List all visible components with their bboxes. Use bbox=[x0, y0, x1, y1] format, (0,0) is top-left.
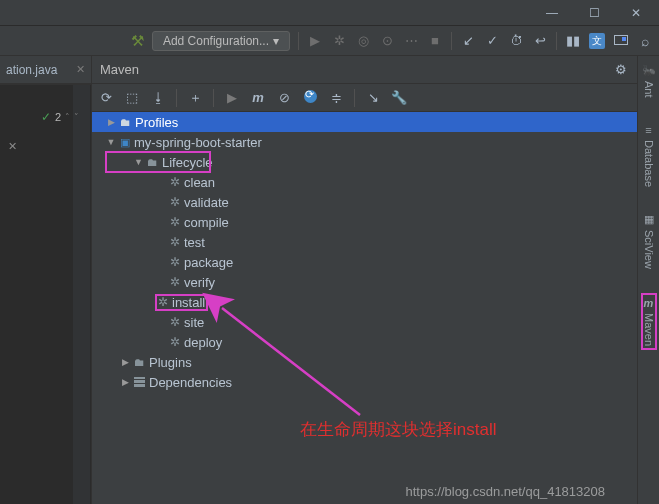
editor-gutter bbox=[72, 85, 90, 504]
window-minimize-button[interactable]: — bbox=[545, 6, 559, 20]
add-configuration-dropdown[interactable]: Add Configuration... ▾ bbox=[152, 31, 290, 51]
tree-node-project[interactable]: ▣ my-spring-boot-starter bbox=[92, 132, 659, 152]
file-tab-label: ation.java bbox=[6, 63, 57, 77]
inspection-count: 2 bbox=[55, 111, 61, 123]
editor-body[interactable]: ✓ 2 ˄ ˅ ✕ bbox=[0, 84, 91, 504]
add-project-icon[interactable]: ＋ bbox=[187, 89, 203, 107]
chevron-down-icon: ▾ bbox=[273, 34, 279, 48]
window-close-button[interactable]: ✕ bbox=[629, 6, 643, 20]
database-icon: ≡ bbox=[645, 124, 651, 136]
git-commit-icon[interactable]: ✓ bbox=[484, 33, 500, 48]
coverage-icon[interactable]: ◎ bbox=[355, 33, 371, 48]
profile-icon[interactable]: ⊙ bbox=[379, 33, 395, 48]
tree-label: Lifecycle bbox=[162, 155, 213, 170]
tree-label: test bbox=[184, 235, 205, 250]
toggle-offline-icon[interactable] bbox=[302, 90, 318, 106]
search-icon[interactable]: ⌕ bbox=[637, 33, 653, 49]
gear-icon: ✲ bbox=[170, 235, 180, 249]
tree-label: deploy bbox=[184, 335, 222, 350]
watermark: https://blog.csdn.net/qq_41813208 bbox=[406, 484, 606, 499]
close-panel-icon[interactable]: ✕ bbox=[8, 140, 17, 153]
maven-tree[interactable]: 🖿 Profiles ▣ my-spring-boot-starter 🖿 Li… bbox=[92, 112, 659, 504]
separator bbox=[213, 89, 214, 107]
tree-label: clean bbox=[184, 175, 215, 190]
separator bbox=[556, 32, 557, 50]
presentation-icon[interactable] bbox=[613, 33, 629, 48]
execute-maven-icon[interactable]: m bbox=[250, 90, 266, 105]
window-maximize-button[interactable]: ☐ bbox=[587, 6, 601, 20]
show-dependencies-icon[interactable]: ≑ bbox=[328, 90, 344, 105]
rail-ant[interactable]: 🐜Ant bbox=[642, 64, 656, 98]
close-tab-icon[interactable]: ✕ bbox=[76, 63, 85, 76]
tree-label: verify bbox=[184, 275, 215, 290]
tree-node-dependencies[interactable]: Dependencies bbox=[92, 372, 659, 392]
ant-icon: 🐜 bbox=[642, 64, 656, 77]
tree-goal-compile[interactable]: ✲compile bbox=[92, 212, 659, 232]
gear-icon: ✲ bbox=[170, 175, 180, 189]
file-tab[interactable]: ation.java ✕ bbox=[0, 56, 91, 84]
tree-goal-validate[interactable]: ✲validate bbox=[92, 192, 659, 212]
expand-arrow-icon[interactable] bbox=[134, 157, 143, 167]
check-icon: ✓ bbox=[41, 110, 51, 124]
add-configuration-label: Add Configuration... bbox=[163, 34, 269, 48]
expand-arrow-icon[interactable] bbox=[120, 377, 130, 387]
gear-icon: ✲ bbox=[158, 295, 168, 309]
window-titlebar: — ☐ ✕ bbox=[0, 0, 659, 26]
tree-goal-verify[interactable]: ✲verify bbox=[92, 272, 659, 292]
expand-arrow-icon[interactable] bbox=[106, 117, 116, 127]
rail-sciview[interactable]: ▦SciView bbox=[643, 213, 655, 269]
chevron-up-icon: ˄ bbox=[65, 112, 70, 122]
translate-icon[interactable]: 文 bbox=[589, 33, 605, 49]
expand-arrow-icon[interactable] bbox=[120, 357, 130, 367]
tree-label: Dependencies bbox=[149, 375, 232, 390]
attach-icon[interactable]: ⋯ bbox=[403, 33, 419, 48]
toggle-skip-tests-icon[interactable]: ⊘ bbox=[276, 90, 292, 105]
right-tool-rail: 🐜Ant ≡Database ▦SciView mMaven bbox=[637, 56, 659, 504]
folder-icon: 🖿 bbox=[134, 356, 145, 368]
gear-icon: ✲ bbox=[170, 275, 180, 289]
collapse-all-icon[interactable]: ↘ bbox=[365, 90, 381, 105]
download-sources-icon[interactable]: ⭳ bbox=[150, 90, 166, 105]
folder-icon: 🖿 bbox=[120, 116, 131, 128]
gear-icon: ✲ bbox=[170, 195, 180, 209]
separator bbox=[354, 89, 355, 107]
run-icon[interactable]: ▶ bbox=[307, 33, 323, 48]
annotation-text: 在生命周期这块选择install bbox=[300, 418, 496, 441]
maven-toolbar: ⟳ ⬚ ⭳ ＋ ▶ m ⊘ ≑ ↘ 🔧 bbox=[92, 84, 659, 112]
rail-maven[interactable]: mMaven bbox=[643, 295, 655, 348]
editor-column: ation.java ✕ ✓ 2 ˄ ˅ ✕ bbox=[0, 56, 91, 504]
reload-icon[interactable]: ⟳ bbox=[98, 90, 114, 105]
gear-icon: ✲ bbox=[170, 215, 180, 229]
expand-arrow-icon[interactable] bbox=[106, 137, 116, 147]
stop-icon[interactable]: ■ bbox=[427, 33, 443, 48]
tree-node-profiles[interactable]: 🖿 Profiles bbox=[92, 112, 659, 132]
debug-icon[interactable]: ✲ bbox=[331, 33, 347, 48]
tree-node-plugins[interactable]: 🖿 Plugins bbox=[92, 352, 659, 372]
build-icon[interactable]: ⚒ bbox=[131, 32, 144, 50]
tree-goal-clean[interactable]: ✲clean bbox=[92, 172, 659, 192]
git-history-icon[interactable]: ⏱ bbox=[508, 33, 524, 48]
structure-icon[interactable]: ▮▮ bbox=[565, 33, 581, 48]
tree-goal-package[interactable]: ✲package bbox=[92, 252, 659, 272]
maven-settings-icon[interactable]: 🔧 bbox=[391, 90, 407, 105]
rail-database[interactable]: ≡Database bbox=[643, 124, 655, 187]
run-goal-icon[interactable]: ▶ bbox=[224, 90, 240, 105]
inspection-badge[interactable]: ✓ 2 ˄ ˅ bbox=[41, 110, 79, 124]
git-update-icon[interactable]: ↙ bbox=[460, 33, 476, 48]
generate-sources-icon[interactable]: ⬚ bbox=[124, 90, 140, 105]
tree-goal-deploy[interactable]: ✲deploy bbox=[92, 332, 659, 352]
git-revert-icon[interactable]: ↩ bbox=[532, 33, 548, 48]
module-icon: ▣ bbox=[120, 136, 130, 149]
dependencies-icon bbox=[134, 377, 145, 387]
tree-node-lifecycle[interactable]: 🖿 Lifecycle bbox=[106, 152, 210, 172]
chevron-down-icon: ˅ bbox=[74, 112, 79, 122]
tree-label: compile bbox=[184, 215, 229, 230]
main-toolbar: ⚒ Add Configuration... ▾ ▶ ✲ ◎ ⊙ ⋯ ■ ↙ ✓… bbox=[0, 26, 659, 56]
gear-icon: ✲ bbox=[170, 335, 180, 349]
separator bbox=[176, 89, 177, 107]
tree-goal-site[interactable]: ✲site bbox=[92, 312, 659, 332]
settings-icon[interactable]: ⚙ bbox=[615, 62, 627, 77]
tree-goal-test[interactable]: ✲test bbox=[92, 232, 659, 252]
tree-goal-install[interactable]: ✲install bbox=[92, 292, 659, 312]
maven-icon: m bbox=[644, 297, 654, 309]
